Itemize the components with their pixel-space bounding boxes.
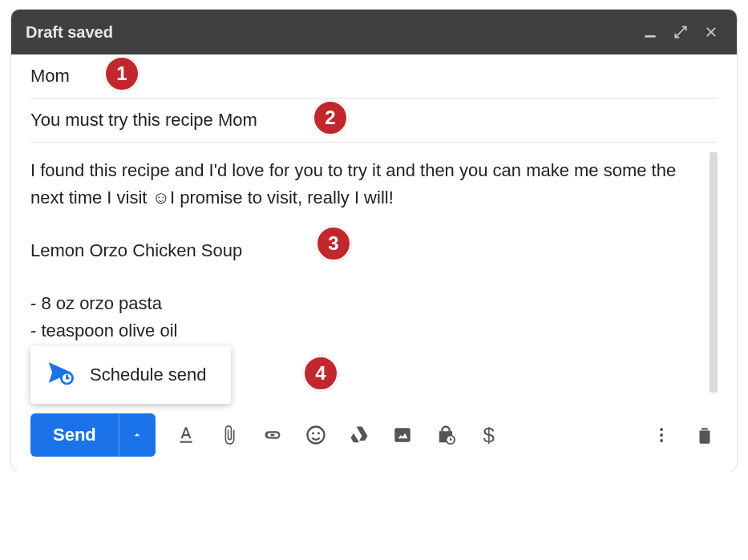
annotation-1: 1	[104, 56, 139, 91]
discard-draft-icon[interactable]	[692, 422, 718, 448]
send-button[interactable]: Send	[30, 413, 119, 457]
send-more-button[interactable]	[119, 413, 156, 457]
expand-icon[interactable]	[669, 21, 692, 43]
schedule-send-label: Schedule send	[90, 365, 207, 385]
subject-field[interactable]: You must try this recipe Mom 2	[30, 99, 718, 143]
body-scrollbar[interactable]	[710, 152, 718, 393]
svg-rect-2	[180, 441, 192, 443]
formatting-icon[interactable]	[173, 422, 199, 448]
insert-drive-icon[interactable]	[346, 422, 372, 448]
svg-point-5	[317, 432, 320, 434]
subject-value: You must try this recipe Mom	[30, 110, 257, 130]
header-fields: Mom 1 You must try this recipe Mom 2	[11, 54, 737, 143]
close-icon[interactable]	[700, 21, 722, 43]
insert-image-icon[interactable]	[390, 422, 415, 448]
attach-file-icon[interactable]	[216, 422, 242, 448]
titlebar-title: Draft saved	[26, 23, 631, 42]
money-icon[interactable]: $	[476, 422, 502, 448]
titlebar: Draft saved	[11, 10, 737, 54]
insert-link-icon[interactable]	[260, 422, 285, 448]
svg-point-10	[660, 439, 663, 442]
annotation-4: 4	[303, 356, 338, 391]
annotation-2: 2	[313, 100, 348, 135]
schedule-send-icon	[46, 359, 74, 391]
annotation-3: 3	[316, 226, 351, 261]
svg-point-9	[660, 433, 663, 437]
compose-toolbar: Send $	[11, 397, 737, 471]
svg-rect-0	[645, 35, 655, 37]
more-options-icon[interactable]	[649, 422, 674, 448]
compose-dialog: Draft saved Mom 1 You must try this reci…	[11, 10, 737, 471]
to-value: Mom	[30, 66, 70, 86]
minimize-icon[interactable]	[639, 21, 661, 43]
confidential-mode-icon[interactable]	[433, 422, 459, 448]
insert-emoji-icon[interactable]	[303, 422, 329, 448]
svg-rect-6	[394, 428, 410, 441]
svg-point-8	[660, 428, 663, 431]
body-paragraph: Lemon Orzo Chicken Soup	[30, 237, 698, 264]
svg-point-4	[312, 432, 314, 434]
schedule-send-popup[interactable]: Schedule send	[30, 346, 231, 404]
body-paragraph: I found this recipe and I'd love for you…	[30, 157, 698, 212]
svg-point-3	[307, 427, 324, 444]
send-button-group: Send	[30, 413, 156, 457]
to-field[interactable]: Mom 1	[30, 54, 718, 99]
